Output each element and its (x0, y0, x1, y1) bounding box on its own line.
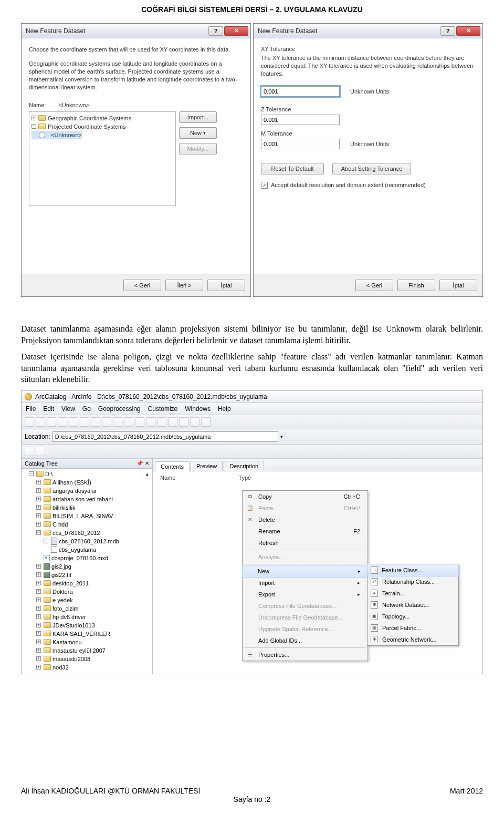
cancel-button[interactable]: İptal (207, 280, 245, 291)
expand-icon[interactable]: + (36, 614, 41, 619)
expand-icon[interactable]: + (36, 522, 41, 527)
collapse-icon[interactable]: − (36, 530, 41, 535)
tool-icon[interactable] (157, 417, 166, 427)
catalog-tree[interactable]: −D:\▴ +Aliihsan (ESKİ) +angarya dosyalar… (22, 469, 152, 674)
tree-item[interactable]: masaustu eylül 2007 (52, 646, 106, 655)
tool-icon[interactable] (179, 417, 188, 427)
coord-system-tree[interactable]: +Geographic Coordinate Systems +Projecte… (29, 111, 176, 206)
tree-raster[interactable]: gis22.tif (51, 571, 71, 579)
tree-item[interactable]: angarya dosyalar (52, 487, 97, 495)
close-icon[interactable]: ✕ (145, 460, 149, 466)
submenu-parcel-fabric[interactable]: ▦Parcel Fabric... (368, 622, 458, 634)
menu-windows[interactable]: Windows (185, 405, 211, 413)
expand-icon[interactable]: + (36, 488, 41, 493)
collapse-icon[interactable]: − (44, 539, 48, 543)
menu-edit[interactable]: Edit (43, 405, 54, 413)
chevron-down-icon[interactable]: ▾ (280, 434, 283, 439)
xy-tolerance-input[interactable] (261, 86, 340, 97)
close-icon[interactable]: ✕ (456, 26, 480, 36)
expand-icon[interactable]: + (36, 656, 41, 661)
tree-pcs[interactable]: Projected Coordinate Systems (48, 122, 126, 131)
back-button[interactable]: < Geri (123, 280, 161, 291)
tool-icon[interactable] (36, 447, 45, 456)
submenu-network-dataset[interactable]: ✱Network Dataset... (368, 599, 458, 611)
ctx-new[interactable]: New▸ (242, 565, 368, 578)
tool-icon[interactable] (146, 417, 155, 427)
tree-item[interactable]: desktop_2011 (52, 579, 89, 588)
tree-item[interactable]: KARAISALI_VERILER (52, 630, 110, 638)
expand-icon[interactable]: + (36, 665, 41, 669)
finish-button[interactable]: Finish (397, 280, 435, 291)
expand-icon[interactable]: + (36, 513, 41, 518)
accept-default-checkbox[interactable]: ✓ (261, 182, 268, 189)
expand-icon[interactable]: + (36, 480, 41, 485)
expand-icon[interactable]: + (36, 623, 41, 627)
tab-preview[interactable]: Preview (191, 461, 223, 471)
expand-icon[interactable]: + (36, 648, 41, 653)
help-icon[interactable]: ? (208, 26, 223, 36)
expand-icon[interactable]: + (36, 606, 41, 611)
menu-go[interactable]: Go (82, 405, 91, 413)
submenu-geometric-network[interactable]: ✚Geometric Network... (368, 634, 458, 645)
menu-view[interactable]: View (61, 405, 75, 413)
expand-icon[interactable]: + (36, 505, 41, 510)
expand-icon[interactable]: + (36, 564, 41, 569)
tool-icon[interactable] (190, 417, 200, 427)
tree-root[interactable]: D:\ (45, 470, 52, 478)
tree-gcs[interactable]: Geographic Coordinate Systems (48, 114, 131, 122)
tool-icon[interactable] (69, 417, 78, 427)
tool-icon[interactable] (124, 417, 133, 427)
location-input[interactable] (52, 431, 278, 442)
tree-item[interactable]: Kastamonu (52, 638, 82, 646)
help-icon[interactable]: ? (440, 26, 455, 36)
expand-icon[interactable]: + (36, 631, 41, 636)
ctx-import[interactable]: Import▸ (243, 577, 368, 589)
tool-icon[interactable] (58, 417, 67, 427)
tree-mdb[interactable]: cbs_078160_2012.mdb (59, 537, 119, 545)
tree-item[interactable]: C hdd (52, 520, 68, 529)
expand-icon[interactable]: + (36, 572, 41, 577)
expand-icon[interactable]: + (36, 597, 41, 602)
expand-icon[interactable]: + (36, 640, 41, 644)
expand-icon[interactable]: + (36, 581, 41, 585)
tree-item[interactable]: nod32 (52, 663, 69, 672)
scroll-up-icon[interactable]: ▴ (146, 470, 151, 478)
z-tolerance-input[interactable] (261, 115, 340, 125)
ctx-add-global-ids[interactable]: Add Global IDs... (243, 635, 368, 646)
submenu-terrain[interactable]: ▲Terrain... (368, 588, 458, 599)
tool-icon[interactable] (47, 417, 56, 427)
about-tolerance-button[interactable]: About Setting Tolerance (332, 163, 411, 174)
tree-item[interactable]: Doktora (52, 588, 73, 596)
submenu-relationship-class[interactable]: ⇄Relationship Class... (368, 576, 458, 588)
expand-icon[interactable]: + (32, 124, 36, 129)
tool-icon[interactable] (168, 417, 177, 427)
submenu-feature-class[interactable]: □Feature Class... (367, 564, 459, 576)
import-button[interactable]: Import... (179, 111, 217, 123)
reset-default-button[interactable]: Reset To Default (261, 163, 324, 174)
tool-icon[interactable] (91, 417, 100, 427)
pin-icon[interactable]: 📌 (136, 460, 143, 466)
ctx-properties[interactable]: ☰Properties... (243, 649, 368, 661)
menu-file[interactable]: File (26, 405, 36, 413)
expand-icon[interactable]: + (32, 116, 36, 120)
ctx-rename[interactable]: RenameF2 (243, 526, 368, 537)
ctx-export[interactable]: Export▸ (243, 589, 368, 600)
next-button[interactable]: İleri > (165, 280, 203, 291)
ctx-copy[interactable]: ⧉CopyCtrl+C (243, 491, 368, 502)
ctx-refresh[interactable]: Refresh (243, 537, 368, 549)
tree-item[interactable]: foto_cizim (52, 604, 79, 613)
tree-item[interactable]: bilirkisilik (52, 503, 75, 512)
column-type[interactable]: Type (238, 475, 251, 481)
tab-contents[interactable]: Contents (155, 461, 190, 471)
tool-icon[interactable] (113, 417, 122, 427)
tree-item[interactable]: ardahan son veri tabani (52, 495, 113, 503)
tree-item[interactable]: e yedek (52, 596, 73, 604)
submenu-topology[interactable]: ▣Topology... (368, 611, 458, 622)
close-icon[interactable]: ✕ (224, 26, 248, 36)
tool-icon[interactable] (25, 417, 34, 427)
column-name[interactable]: Name (160, 475, 175, 481)
m-tolerance-input[interactable] (261, 139, 340, 149)
tool-icon[interactable] (36, 417, 45, 427)
tool-icon[interactable] (102, 417, 111, 427)
tree-item[interactable]: hp dv6 driver (52, 613, 86, 621)
